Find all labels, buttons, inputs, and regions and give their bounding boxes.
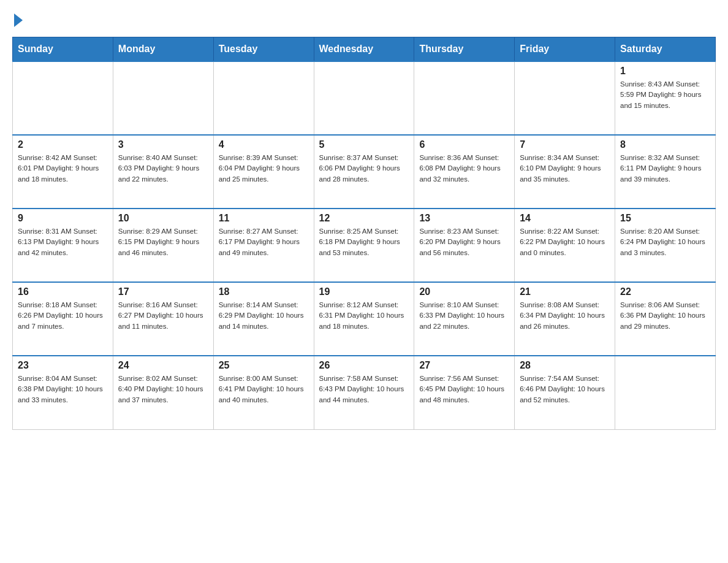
day-cell: 7Sunrise: 8:34 AM Sunset: 6:10 PM Daylig… xyxy=(515,135,615,209)
day-cell: 1Sunrise: 8:43 AM Sunset: 5:59 PM Daylig… xyxy=(615,61,716,135)
day-info: Sunrise: 8:10 AM Sunset: 6:33 PM Dayligh… xyxy=(419,300,509,332)
day-cell: 18Sunrise: 8:14 AM Sunset: 6:29 PM Dayli… xyxy=(213,282,314,356)
day-cell: 17Sunrise: 8:16 AM Sunset: 6:27 PM Dayli… xyxy=(113,282,213,356)
day-number: 10 xyxy=(118,213,208,224)
day-cell: 15Sunrise: 8:20 AM Sunset: 6:24 PM Dayli… xyxy=(615,209,716,282)
day-number: 3 xyxy=(118,139,208,150)
day-cell: 26Sunrise: 7:58 AM Sunset: 6:43 PM Dayli… xyxy=(314,356,414,429)
logo-triangle-icon xyxy=(14,13,23,27)
day-number: 18 xyxy=(219,286,309,297)
day-cell xyxy=(314,61,414,135)
day-info: Sunrise: 8:23 AM Sunset: 6:20 PM Dayligh… xyxy=(419,226,509,258)
day-info: Sunrise: 8:42 AM Sunset: 6:01 PM Dayligh… xyxy=(18,153,108,185)
day-number: 4 xyxy=(219,139,309,150)
day-info: Sunrise: 8:40 AM Sunset: 6:03 PM Dayligh… xyxy=(118,153,208,185)
day-info: Sunrise: 8:06 AM Sunset: 6:36 PM Dayligh… xyxy=(620,300,710,332)
day-info: Sunrise: 8:02 AM Sunset: 6:40 PM Dayligh… xyxy=(118,373,208,405)
week-row-1: 1Sunrise: 8:43 AM Sunset: 5:59 PM Daylig… xyxy=(13,61,716,135)
day-cell: 22Sunrise: 8:06 AM Sunset: 6:36 PM Dayli… xyxy=(615,282,716,356)
day-number: 15 xyxy=(620,213,710,224)
day-number: 21 xyxy=(520,286,610,297)
day-cell: 4Sunrise: 8:39 AM Sunset: 6:04 PM Daylig… xyxy=(213,135,314,209)
day-number: 6 xyxy=(419,139,509,150)
week-row-2: 2Sunrise: 8:42 AM Sunset: 6:01 PM Daylig… xyxy=(13,135,716,209)
day-info: Sunrise: 8:18 AM Sunset: 6:26 PM Dayligh… xyxy=(18,300,108,332)
day-cell xyxy=(113,61,213,135)
day-cell: 14Sunrise: 8:22 AM Sunset: 6:22 PM Dayli… xyxy=(515,209,615,282)
weekday-header-thursday: Thursday xyxy=(414,37,515,62)
day-info: Sunrise: 8:32 AM Sunset: 6:11 PM Dayligh… xyxy=(620,153,710,185)
day-info: Sunrise: 8:04 AM Sunset: 6:38 PM Dayligh… xyxy=(18,373,108,405)
weekday-header-saturday: Saturday xyxy=(615,37,716,62)
day-number: 17 xyxy=(118,286,208,297)
day-number: 8 xyxy=(620,139,710,150)
day-number: 16 xyxy=(18,286,108,297)
day-info: Sunrise: 8:16 AM Sunset: 6:27 PM Dayligh… xyxy=(118,300,208,332)
day-cell: 9Sunrise: 8:31 AM Sunset: 6:13 PM Daylig… xyxy=(13,209,113,282)
weekday-header-friday: Friday xyxy=(515,37,615,62)
day-cell xyxy=(515,61,615,135)
day-number: 28 xyxy=(520,360,610,371)
day-cell: 11Sunrise: 8:27 AM Sunset: 6:17 PM Dayli… xyxy=(213,209,314,282)
day-number: 9 xyxy=(18,213,108,224)
day-info: Sunrise: 8:22 AM Sunset: 6:22 PM Dayligh… xyxy=(520,226,610,258)
day-info: Sunrise: 8:43 AM Sunset: 5:59 PM Dayligh… xyxy=(620,79,710,111)
day-number: 22 xyxy=(620,286,710,297)
day-info: Sunrise: 7:58 AM Sunset: 6:43 PM Dayligh… xyxy=(319,373,409,405)
weekday-header-tuesday: Tuesday xyxy=(213,37,314,62)
week-row-5: 23Sunrise: 8:04 AM Sunset: 6:38 PM Dayli… xyxy=(13,356,716,429)
day-cell: 12Sunrise: 8:25 AM Sunset: 6:18 PM Dayli… xyxy=(314,209,414,282)
day-number: 7 xyxy=(520,139,610,150)
day-info: Sunrise: 8:08 AM Sunset: 6:34 PM Dayligh… xyxy=(520,300,610,332)
day-number: 24 xyxy=(118,360,208,371)
weekday-header-monday: Monday xyxy=(113,37,213,62)
day-cell: 24Sunrise: 8:02 AM Sunset: 6:40 PM Dayli… xyxy=(113,356,213,429)
page-header xyxy=(12,12,716,27)
day-cell: 10Sunrise: 8:29 AM Sunset: 6:15 PM Dayli… xyxy=(113,209,213,282)
day-info: Sunrise: 8:25 AM Sunset: 6:18 PM Dayligh… xyxy=(319,226,409,258)
day-number: 13 xyxy=(419,213,509,224)
day-info: Sunrise: 8:00 AM Sunset: 6:41 PM Dayligh… xyxy=(219,373,309,405)
day-cell: 23Sunrise: 8:04 AM Sunset: 6:38 PM Dayli… xyxy=(13,356,113,429)
day-number: 20 xyxy=(419,286,509,297)
day-info: Sunrise: 8:12 AM Sunset: 6:31 PM Dayligh… xyxy=(319,300,409,332)
day-number: 27 xyxy=(419,360,509,371)
day-info: Sunrise: 8:14 AM Sunset: 6:29 PM Dayligh… xyxy=(219,300,309,332)
week-row-3: 9Sunrise: 8:31 AM Sunset: 6:13 PM Daylig… xyxy=(13,209,716,282)
day-cell: 27Sunrise: 7:56 AM Sunset: 6:45 PM Dayli… xyxy=(414,356,515,429)
day-cell: 2Sunrise: 8:42 AM Sunset: 6:01 PM Daylig… xyxy=(13,135,113,209)
day-cell xyxy=(414,61,515,135)
weekday-header-sunday: Sunday xyxy=(13,37,113,62)
day-number: 12 xyxy=(319,213,409,224)
day-cell: 8Sunrise: 8:32 AM Sunset: 6:11 PM Daylig… xyxy=(615,135,716,209)
day-cell: 13Sunrise: 8:23 AM Sunset: 6:20 PM Dayli… xyxy=(414,209,515,282)
day-info: Sunrise: 8:36 AM Sunset: 6:08 PM Dayligh… xyxy=(419,153,509,185)
day-cell: 16Sunrise: 8:18 AM Sunset: 6:26 PM Dayli… xyxy=(13,282,113,356)
day-number: 2 xyxy=(18,139,108,150)
day-info: Sunrise: 8:20 AM Sunset: 6:24 PM Dayligh… xyxy=(620,226,710,258)
day-info: Sunrise: 7:54 AM Sunset: 6:46 PM Dayligh… xyxy=(520,373,610,405)
day-cell: 3Sunrise: 8:40 AM Sunset: 6:03 PM Daylig… xyxy=(113,135,213,209)
day-info: Sunrise: 8:31 AM Sunset: 6:13 PM Dayligh… xyxy=(18,226,108,258)
day-number: 25 xyxy=(219,360,309,371)
calendar-table: SundayMondayTuesdayWednesdayThursdayFrid… xyxy=(12,37,716,430)
day-info: Sunrise: 8:37 AM Sunset: 6:06 PM Dayligh… xyxy=(319,153,409,185)
day-info: Sunrise: 8:39 AM Sunset: 6:04 PM Dayligh… xyxy=(219,153,309,185)
weekday-header-wednesday: Wednesday xyxy=(314,37,414,62)
day-info: Sunrise: 8:27 AM Sunset: 6:17 PM Dayligh… xyxy=(219,226,309,258)
day-info: Sunrise: 8:34 AM Sunset: 6:10 PM Dayligh… xyxy=(520,153,610,185)
day-number: 5 xyxy=(319,139,409,150)
week-row-4: 16Sunrise: 8:18 AM Sunset: 6:26 PM Dayli… xyxy=(13,282,716,356)
day-cell: 28Sunrise: 7:54 AM Sunset: 6:46 PM Dayli… xyxy=(515,356,615,429)
day-cell: 25Sunrise: 8:00 AM Sunset: 6:41 PM Dayli… xyxy=(213,356,314,429)
day-cell: 21Sunrise: 8:08 AM Sunset: 6:34 PM Dayli… xyxy=(515,282,615,356)
day-number: 19 xyxy=(319,286,409,297)
day-number: 1 xyxy=(620,66,710,77)
day-cell: 19Sunrise: 8:12 AM Sunset: 6:31 PM Dayli… xyxy=(314,282,414,356)
logo xyxy=(12,12,23,27)
day-number: 26 xyxy=(319,360,409,371)
day-number: 14 xyxy=(520,213,610,224)
day-cell: 6Sunrise: 8:36 AM Sunset: 6:08 PM Daylig… xyxy=(414,135,515,209)
weekday-header-row: SundayMondayTuesdayWednesdayThursdayFrid… xyxy=(13,37,716,62)
day-number: 11 xyxy=(219,213,309,224)
